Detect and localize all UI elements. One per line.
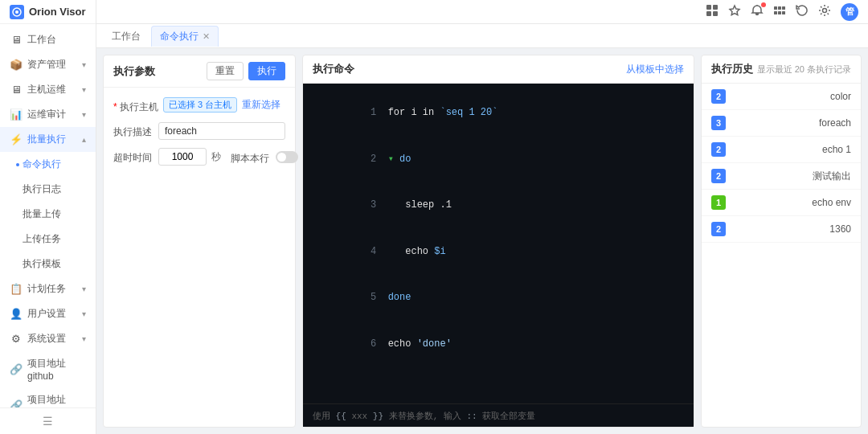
history-name-2: foreach [732, 117, 851, 129]
system-icon: ⚙ [10, 333, 23, 345]
terminal-line-1: 1 for i in `seq 1 20` [313, 90, 684, 137]
history-badge-5: 1 [711, 195, 726, 210]
terminal-line-6: 6 echo 'done' [313, 321, 684, 368]
history-name-5: echo env [732, 197, 851, 208]
batch-icon: ⚡ [10, 133, 23, 145]
tab-cmd-exec[interactable]: 命令执行 ✕ [151, 26, 219, 47]
history-subtitle: 显示最近 20 条执行记录 [757, 63, 851, 76]
grid-icon[interactable] [706, 4, 719, 19]
sidebar-item-github[interactable]: 🔗 项目地址 github [0, 351, 96, 387]
audit-icon: 📊 [10, 108, 23, 121]
sidebar-item-upload-task[interactable]: 上传任务 [0, 227, 96, 252]
sidebar-item-system[interactable]: ⚙ 系统设置 ▾ [0, 326, 96, 351]
sidebar-item-label: 项目地址 gitee [27, 393, 86, 407]
sidebar: Orion Visor 🖥 工作台 📦 资产管理 ▾ 🖥 主机运维 ▾ 📊 运维… [0, 0, 96, 434]
terminal-area[interactable]: 1 for i in `seq 1 20` 2 ▾ do 3 sleep .1 … [303, 84, 694, 403]
desc-row: 执行描述 [113, 122, 285, 140]
history-item-1[interactable]: 2 color [702, 84, 861, 110]
user-icon: 👤 [10, 308, 23, 320]
reset-button[interactable]: 重置 [207, 62, 244, 80]
sidebar-item-exec-log[interactable]: 执行日志 [0, 177, 96, 202]
sidebar-item-batch-upload[interactable]: 批量上传 [0, 202, 96, 227]
script-label: 脚本本行 [231, 149, 271, 166]
history-item-5[interactable]: 1 echo env [702, 190, 861, 216]
star-icon[interactable] [728, 4, 741, 19]
sidebar-item-cmd-exec[interactable]: 命令执行 [0, 152, 96, 177]
exec-params-title: 执行参数 [113, 64, 155, 79]
sidebar-item-label: 项目地址 github [27, 357, 86, 382]
svg-rect-5 [713, 11, 718, 16]
history-name-1: color [732, 91, 851, 102]
host-value: 已选择 3 台主机 重新选择 [163, 97, 285, 113]
svg-rect-10 [774, 11, 777, 14]
timeout-label: 超时时间 [113, 148, 154, 165]
svg-rect-4 [706, 11, 711, 16]
exec-cmd-panel: 执行命令 从模板中选择 1 for i in `seq 1 20` 2 ▾ do… [302, 55, 694, 428]
history-badge-3: 2 [711, 142, 726, 157]
history-badge-6: 2 [711, 222, 726, 236]
desc-input[interactable] [158, 122, 285, 140]
main-content: 管 工作台 命令执行 ✕ 执行参数 重置 执行 执行主机 [96, 0, 868, 434]
svg-rect-2 [706, 5, 711, 10]
sidebar-item-label: 运维审计 [27, 108, 66, 121]
history-list: 2 color 3 foreach 2 echo 1 2 测试输出 1 ec [702, 84, 861, 427]
chevron-down-icon: ▾ [82, 285, 86, 293]
tab-workbench[interactable]: 工作台 [103, 26, 149, 47]
sidebar-item-label: 资产管理 [27, 58, 66, 72]
sidebar-item-batch[interactable]: ⚡ 批量执行 ▴ [0, 127, 96, 152]
sidebar-item-gitee[interactable]: 🔗 项目地址 gitee [0, 387, 96, 407]
history-name-4: 测试输出 [732, 170, 851, 183]
exec-cmd-header: 执行命令 从模板中选择 [303, 55, 694, 84]
svg-rect-11 [778, 11, 781, 14]
app-name: Orion Visor [29, 6, 86, 18]
host-selected-badge: 已选择 3 台主机 [163, 97, 237, 113]
desc-label: 执行描述 [113, 122, 154, 139]
refresh-icon[interactable] [796, 4, 809, 19]
history-name-6: 1360 [732, 223, 851, 235]
history-header: 执行历史 显示最近 20 条执行记录 [702, 55, 861, 84]
menu-collapse-icon[interactable]: ☰ [43, 415, 53, 428]
timeout-input[interactable] [158, 148, 207, 166]
exec-params-body: 执行主机 已选择 3 台主机 重新选择 执行描述 [104, 88, 295, 427]
host-label: 执行主机 [113, 97, 158, 114]
history-item-6[interactable]: 2 1360 [702, 216, 861, 243]
sidebar-item-label: 计划任务 [27, 282, 66, 296]
bell-icon[interactable] [751, 4, 764, 19]
sidebar-item-label: 批量执行 [27, 133, 66, 146]
link-icon: 🔗 [10, 363, 23, 375]
sidebar-item-label: 工作台 [27, 33, 56, 47]
gear-icon[interactable] [818, 4, 831, 19]
sidebar-item-schedule[interactable]: 📋 计划任务 ▾ [0, 276, 96, 301]
host-icon: 🖥 [10, 84, 23, 96]
exec-button[interactable]: 执行 [248, 62, 285, 80]
sidebar-item-label: 执行模板 [23, 257, 61, 271]
sidebar-item-label: 用户设置 [27, 307, 66, 321]
script-switch[interactable] [276, 151, 298, 163]
chevron-down-icon: ▾ [82, 309, 86, 318]
history-item-3[interactable]: 2 echo 1 [702, 137, 861, 163]
sidebar-item-user[interactable]: 👤 用户设置 ▾ [0, 301, 96, 326]
exec-params-actions: 重置 执行 [207, 62, 285, 80]
history-name-3: echo 1 [732, 144, 851, 155]
sidebar-item-audit[interactable]: 📊 运维审计 ▾ [0, 102, 96, 127]
user-avatar[interactable]: 管 [841, 3, 858, 21]
history-item-2[interactable]: 3 foreach [702, 110, 861, 137]
terminal-footer: 使用 {{ xxx }} 来替换参数, 输入 :: 获取全部变量 [303, 403, 694, 427]
sidebar-item-exec-template[interactable]: 执行模板 [0, 252, 96, 276]
svg-rect-7 [774, 6, 777, 10]
tab-close-icon[interactable]: ✕ [203, 31, 210, 42]
topbar-right: 管 [706, 3, 858, 21]
svg-point-1 [15, 10, 18, 14]
page-content: 执行参数 重置 执行 执行主机 已选择 3 台主机 重新选择 [96, 48, 868, 434]
sidebar-item-assets[interactable]: 📦 资产管理 ▾ [0, 52, 96, 77]
logo-icon [10, 5, 24, 19]
sidebar-item-label: 主机运维 [27, 83, 66, 96]
sidebar-item-workbench[interactable]: 🖥 工作台 [0, 27, 96, 52]
exec-params-header: 执行参数 重置 执行 [104, 55, 295, 88]
sidebar-item-host[interactable]: 🖥 主机运维 ▾ [0, 77, 96, 102]
history-item-4[interactable]: 2 测试输出 [702, 163, 861, 190]
reselect-link[interactable]: 重新选择 [242, 98, 280, 112]
select-template-link[interactable]: 从模板中选择 [626, 63, 684, 76]
workbench-icon: 🖥 [10, 34, 23, 46]
dots-icon[interactable] [773, 4, 786, 19]
